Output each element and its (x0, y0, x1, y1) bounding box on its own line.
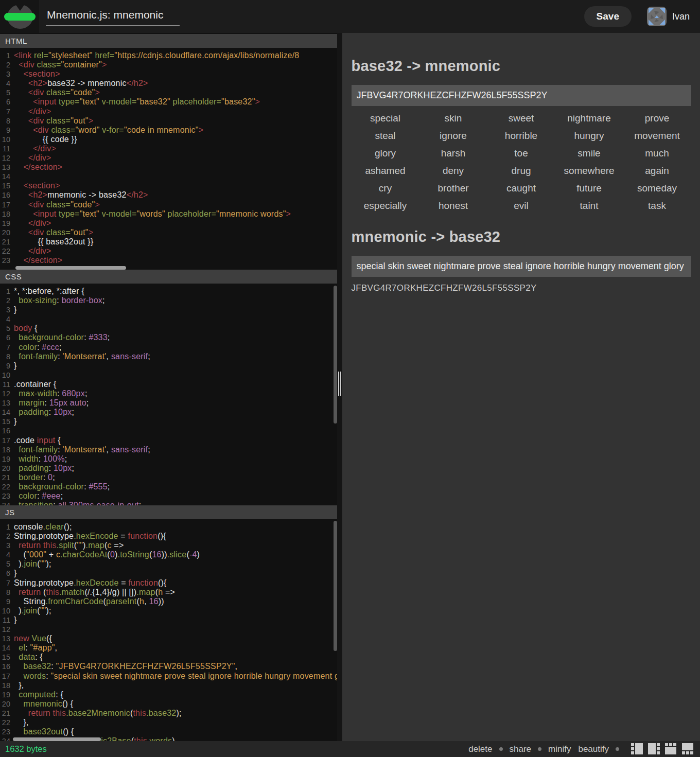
code-line[interactable]: 19 </div> (0, 219, 337, 228)
code-line[interactable]: 12 </div> (0, 153, 337, 163)
code-line[interactable]: 9} (0, 361, 337, 371)
code-line[interactable]: 10 (0, 371, 337, 380)
js-horizontal-scrollbar-thumb[interactable] (13, 737, 101, 741)
panel-header-css[interactable]: CSS (0, 270, 337, 284)
code-line[interactable]: 18 <input type="text" v-model="words" pl… (0, 209, 337, 219)
code-line[interactable]: 11} (0, 615, 337, 625)
code-line[interactable]: 19 computed: { (0, 690, 337, 699)
html-editor[interactable]: 1<link rel="stylesheet" href="https://cd… (0, 48, 337, 266)
code-line[interactable]: 14 (0, 172, 337, 181)
delete-link[interactable]: delete (468, 744, 492, 754)
base32-input[interactable] (352, 85, 691, 106)
beautify-link[interactable]: beautify (578, 744, 609, 754)
code-line[interactable]: 17 <div class="code"> (0, 200, 337, 209)
code-line[interactable]: 3 <section> (0, 69, 337, 79)
code-line[interactable]: 16 <h2>mnemonic -> base32</h2> (0, 190, 337, 200)
js-vertical-scrollbar-thumb[interactable] (334, 521, 337, 651)
code-line[interactable]: 20 padding: 10px; (0, 464, 337, 473)
code-line[interactable]: 10 {{ code }} (0, 135, 337, 144)
app-logo[interactable] (0, 0, 39, 33)
share-link[interactable]: share (510, 744, 532, 754)
code-line[interactable]: 16 (0, 426, 337, 435)
code-text: <div class="out"> (14, 228, 93, 237)
code-line[interactable]: 18 }, (0, 681, 337, 690)
code-line[interactable]: 9 String.fromCharCode(parseInt(h, 16)) (0, 597, 337, 606)
code-line[interactable]: 1<link rel="stylesheet" href="https://cd… (0, 51, 337, 60)
code-line[interactable]: 17 words: "special skin sweet nightmare … (0, 672, 337, 681)
code-line[interactable]: 24 transition: all 300ms ease-in-out; (0, 501, 337, 505)
code-text: <h2>base32 -> mnemonic</h2> (14, 79, 148, 88)
code-line[interactable]: 7 color: #ccc; (0, 343, 337, 352)
code-line[interactable]: 20 mnemonic() { (0, 699, 337, 709)
css-vertical-scrollbar-thumb[interactable] (334, 286, 337, 424)
code-line[interactable]: 9 <div class="word" v-for="code in mnemo… (0, 126, 337, 135)
code-line[interactable]: 23 </section> (0, 256, 337, 265)
code-line[interactable]: 15} (0, 417, 337, 426)
code-line[interactable]: 14 padding: 10px; (0, 408, 337, 417)
code-line[interactable]: 20 <div class="out"> (0, 228, 337, 237)
mnemonic-input[interactable] (352, 256, 691, 277)
code-line[interactable]: 23 color: #eee; (0, 491, 337, 501)
code-line[interactable]: 8 font-family: 'Montserrat', sans-serif; (0, 352, 337, 361)
panel-resize-handle[interactable] (338, 372, 342, 396)
code-line[interactable]: 5body { (0, 324, 337, 333)
code-line[interactable]: 7 </div> (0, 107, 337, 116)
code-line[interactable]: 11 </div> (0, 144, 337, 153)
code-line[interactable]: 15 <section> (0, 181, 337, 190)
panel-header-js[interactable]: JS (0, 505, 337, 519)
minify-link[interactable]: minify (548, 744, 571, 754)
user-avatar[interactable] (647, 7, 667, 26)
code-line[interactable]: 12 (0, 625, 337, 634)
layout-bottom-row-icon[interactable] (682, 743, 694, 755)
code-line[interactable]: 12 max-width: 680px; (0, 389, 337, 398)
code-line[interactable]: 4 <h2>base32 -> mnemonic</h2> (0, 79, 337, 88)
css-editor[interactable]: 1*, *:before, *:after {2 box-sizing: bor… (0, 284, 337, 505)
code-line[interactable]: 22 </div> (0, 247, 337, 256)
code-line[interactable]: 6} (0, 569, 337, 578)
code-line[interactable]: 2 box-sizing: border-box; (0, 296, 337, 305)
code-line[interactable]: 1console.clear(); (0, 522, 337, 532)
code-line[interactable]: 6 background-color: #333; (0, 333, 337, 342)
code-line[interactable]: 3} (0, 305, 337, 314)
code-line[interactable]: 11.container { (0, 380, 337, 389)
layout-right-column-icon[interactable] (648, 743, 660, 755)
panel-header-html[interactable]: HTML (0, 34, 337, 48)
js-editor[interactable]: 1console.clear();2String.prototype.hexEn… (0, 519, 337, 741)
code-line[interactable]: 17.code input { (0, 436, 337, 445)
code-text: String.prototype.hexDecode = function(){ (14, 578, 167, 588)
code-line[interactable]: 5 <div class="code"> (0, 88, 337, 97)
code-line[interactable]: 5 ).join(""); (0, 559, 337, 569)
code-line[interactable]: 18 font-family: 'Montserrat', sans-serif… (0, 445, 337, 454)
code-line[interactable]: 2String.prototype.hexEncode = function()… (0, 532, 337, 541)
code-line[interactable]: 15 data: { (0, 653, 337, 662)
code-line[interactable]: 8 <div class="out"> (0, 116, 337, 126)
code-line[interactable]: 14 el: "#app", (0, 643, 337, 653)
html-horizontal-scrollbar-thumb[interactable] (15, 266, 126, 270)
code-line[interactable]: 13 margin: 15px auto; (0, 398, 337, 408)
save-button[interactable]: Save (584, 6, 632, 27)
code-line[interactable]: 21 {{ base32out }} (0, 237, 337, 247)
code-line[interactable]: 1*, *:before, *:after { (0, 287, 337, 296)
code-line[interactable]: 6 <input type="text" v-model="base32" pl… (0, 97, 337, 107)
layout-top-row-icon[interactable] (665, 743, 677, 755)
code-line[interactable]: 22 }, (0, 718, 337, 727)
code-line[interactable]: 4 ("000" + c.charCodeAt(0).toString(16))… (0, 550, 337, 559)
code-line[interactable]: 16 base32: "JFBVG4R7ORKHEZCFHZFW26L5F55S… (0, 662, 337, 671)
code-line[interactable]: 10 ).join(""); (0, 606, 337, 615)
code-line[interactable]: 8 return (this.match(/.{1,4}/g) || []).m… (0, 588, 337, 597)
pen-title-input[interactable] (46, 8, 180, 26)
code-line[interactable]: 2 <div class="container"> (0, 60, 337, 69)
code-line[interactable]: 13 </section> (0, 163, 337, 172)
code-line[interactable]: 21 return this.base2Mnemonic(this.base32… (0, 709, 337, 718)
code-line[interactable]: 13new Vue({ (0, 634, 337, 643)
code-line[interactable]: 19 width: 100%; (0, 454, 337, 464)
code-line[interactable]: 23 base32out() { (0, 727, 337, 736)
code-line[interactable]: 21 border: 0; (0, 473, 337, 482)
word-item: future (555, 183, 623, 194)
code-line[interactable]: 22 background-color: #555; (0, 482, 337, 491)
code-line[interactable]: 4 (0, 314, 337, 324)
layout-left-column-icon[interactable] (631, 743, 643, 755)
code-line[interactable]: 3 return this.split("").map(c => (0, 541, 337, 550)
code-line[interactable]: 7String.prototype.hexDecode = function()… (0, 578, 337, 588)
line-number: 10 (0, 135, 14, 144)
